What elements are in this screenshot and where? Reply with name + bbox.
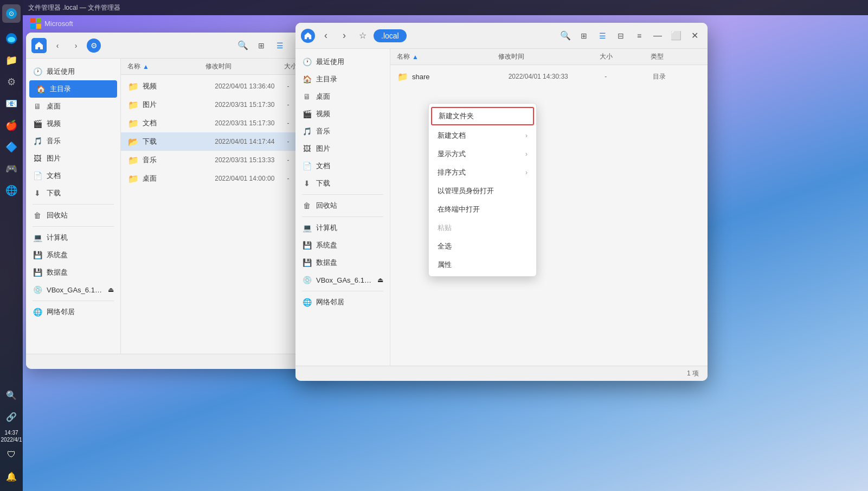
maximize-btn-2[interactable]: ⬜ bbox=[668, 28, 684, 43]
folder-icon: 📁 bbox=[127, 99, 139, 111]
sidebar-item-computer-2[interactable]: 💻 计算机 bbox=[295, 219, 390, 237]
sidebar-item-dataroot-1[interactable]: 💾 数据盘 bbox=[26, 264, 120, 281]
file-size-share: - bbox=[605, 73, 653, 80]
taskbar-app1[interactable]: 📧 bbox=[2, 94, 21, 113]
folder-icon: 📁 bbox=[127, 173, 139, 184]
taskbar-settings[interactable]: ⚙ bbox=[2, 73, 21, 91]
back-btn-1[interactable]: ‹ bbox=[50, 38, 65, 53]
sidebar-item-pictures-1[interactable]: 🖼 图片 bbox=[26, 150, 120, 167]
taskbar-files[interactable]: 📁 bbox=[2, 51, 21, 69]
sidebar-item-music-1[interactable]: 🎵 音乐 bbox=[26, 132, 120, 150]
menu-btn-2[interactable]: ≡ bbox=[632, 28, 647, 43]
sidebar-item-dataroot-2[interactable]: 💾 数据盘 bbox=[295, 254, 390, 271]
taskbar-logo[interactable]: ⊙ bbox=[2, 4, 21, 23]
home-icon-btn-2[interactable] bbox=[301, 29, 315, 43]
ctx-open-terminal[interactable]: 在终端中打开 bbox=[429, 200, 536, 219]
sidebar-item-home-1[interactable]: 🏠 主目录 bbox=[29, 80, 117, 98]
search-btn-2[interactable]: 🔍 bbox=[558, 28, 573, 43]
eject-icon-1[interactable]: ⏏ bbox=[108, 286, 114, 294]
file-date-share: 2022/04/01 14:30:33 bbox=[509, 73, 605, 80]
sidebar-item-desktop-2[interactable]: 🖥 桌面 bbox=[295, 88, 390, 105]
sidebar-item-desktop-1[interactable]: 🖥 桌面 bbox=[26, 98, 120, 115]
taskbar-bell[interactable]: 🔔 bbox=[2, 467, 21, 486]
taskbar-shield[interactable]: 🛡 bbox=[2, 445, 21, 464]
sidebar-item-docs-2[interactable]: 📄 文档 bbox=[295, 157, 390, 175]
bookmark-btn-2[interactable]: ☆ bbox=[355, 28, 370, 43]
vbox-icon-2: 💿 bbox=[302, 275, 312, 285]
svg-point-3 bbox=[8, 37, 15, 42]
statusbar-1: 6 项 bbox=[26, 354, 330, 369]
minimize-btn-2[interactable]: — bbox=[650, 28, 665, 43]
sidebar-item-music-2[interactable]: 🎵 音乐 bbox=[295, 123, 390, 140]
computer-icon-1: 💻 bbox=[33, 233, 42, 243]
vbox-icon-1: 💿 bbox=[33, 285, 42, 295]
dataroot-icon-2: 💾 bbox=[302, 258, 312, 267]
sidebar-divider-2b bbox=[302, 216, 383, 217]
ctx-display-mode[interactable]: 显示方式 › bbox=[429, 145, 536, 163]
sidebar-item-network-1[interactable]: 🌐 网络邻居 bbox=[26, 303, 120, 321]
ctx-sort[interactable]: 排序方式 › bbox=[429, 163, 536, 182]
column-view-btn-2[interactable]: ⊟ bbox=[613, 28, 628, 43]
sidebar-item-recent-1[interactable]: 🕐 最近使用 bbox=[26, 63, 120, 80]
toolbar-2: ‹ › ☆ .local 🔍 ⊞ ☰ ⊟ ≡ — ⬜ ✕ bbox=[295, 23, 708, 49]
list-view-btn-2[interactable]: ☰ bbox=[595, 28, 610, 43]
back-btn-2[interactable]: ‹ bbox=[318, 28, 333, 43]
sidebar-item-trash-1[interactable]: 🗑 回收站 bbox=[26, 207, 120, 224]
sidebar-item-network-2[interactable]: 🌐 网络邻居 bbox=[295, 294, 390, 311]
file-date: 2022/03/31 15:17:30 bbox=[215, 101, 287, 109]
grid-view-btn-1[interactable]: ⊞ bbox=[254, 38, 269, 53]
sidebar-item-vbox-1[interactable]: 💿 VBox_GAs_6.1… ⏏ bbox=[26, 281, 120, 298]
download-icon-1: ⬇ bbox=[33, 188, 42, 198]
forward-btn-1[interactable]: › bbox=[68, 38, 83, 53]
list-view-btn-1[interactable]: ☰ bbox=[272, 38, 287, 53]
sidebar-item-pictures-2[interactable]: 🖼 图片 bbox=[295, 140, 390, 157]
settings-btn-1[interactable]: ⚙ bbox=[87, 39, 101, 53]
taskbar-network[interactable]: 🔗 bbox=[2, 407, 21, 426]
column-headers-2: 名称 ▲ 修改时间 大小 类型 bbox=[390, 49, 708, 65]
content-area-1: 🕐 最近使用 🏠 主目录 🖥 桌面 🎬 视频 🎵 音乐 🖼 图片 bbox=[26, 59, 330, 354]
sidebar-item-docs-1[interactable]: 📄 文档 bbox=[26, 167, 120, 184]
sidebar-item-home-2[interactable]: 🏠 主目录 bbox=[295, 71, 390, 88]
statusbar-2: 1 项 bbox=[295, 366, 708, 381]
sidebar-item-trash-2[interactable]: 🗑 回收站 bbox=[295, 197, 390, 214]
sidebar-2: 🕐 最近使用 🏠 主目录 🖥 桌面 🎬 视频 🎵 音乐 🖼 图片 bbox=[295, 49, 390, 366]
ctx-arrow-2: › bbox=[525, 150, 528, 158]
sidebar-item-computer-1[interactable]: 💻 计算机 bbox=[26, 229, 120, 246]
file-row-2-0[interactable]: 📁 share 2022/04/01 14:30:33 - 目录 bbox=[390, 67, 708, 86]
ctx-open-admin[interactable]: 以管理员身份打开 bbox=[429, 182, 536, 200]
location-pill-2[interactable]: .local bbox=[374, 29, 407, 42]
col-type-header-2: 类型 bbox=[651, 52, 702, 61]
topbar-title: 文件管理器 .local — 文件管理器 bbox=[28, 3, 120, 12]
grid-view-btn-2[interactable]: ⊞ bbox=[576, 28, 591, 43]
sidebar-item-vbox-2[interactable]: 💿 VBox_GAs_6.1… ⏏ bbox=[295, 271, 390, 289]
file-date: 2022/04/01 14:00:00 bbox=[215, 175, 287, 182]
ctx-new-folder[interactable]: 新建文件夹 bbox=[431, 107, 534, 125]
search-btn-1[interactable]: 🔍 bbox=[235, 38, 250, 53]
taskbar-search[interactable]: 🔍 bbox=[2, 386, 21, 404]
computer-icon-2: 💻 bbox=[302, 223, 312, 233]
sidebar-item-sysroot-2[interactable]: 💾 系统盘 bbox=[295, 237, 390, 254]
svg-text:⊙: ⊙ bbox=[9, 10, 14, 17]
ctx-properties[interactable]: 属性 bbox=[429, 256, 536, 274]
sidebar-item-recent-2[interactable]: 🕐 最近使用 bbox=[295, 53, 390, 71]
taskbar-app5[interactable]: 🌐 bbox=[2, 181, 21, 200]
taskbar-app2[interactable]: 🍎 bbox=[2, 116, 21, 135]
taskbar-app4[interactable]: 🎮 bbox=[2, 160, 21, 178]
sidebar-item-video-1[interactable]: 🎬 视频 bbox=[26, 115, 120, 132]
ctx-select-all[interactable]: 全选 bbox=[429, 237, 536, 256]
close-btn-2[interactable]: ✕ bbox=[687, 28, 702, 43]
file-date: 2022/03/31 15:17:30 bbox=[215, 119, 287, 127]
forward-btn-2[interactable]: › bbox=[337, 28, 352, 43]
sidebar-item-download-1[interactable]: ⬇ 下载 bbox=[26, 184, 120, 202]
recent-icon-1: 🕐 bbox=[33, 67, 42, 76]
taskbar-edge[interactable] bbox=[2, 29, 21, 48]
eject-icon-2[interactable]: ⏏ bbox=[377, 276, 383, 284]
ctx-new-doc[interactable]: 新建文档 › bbox=[429, 126, 536, 145]
sysroot-icon-2: 💾 bbox=[302, 240, 312, 250]
home-icon-btn-1[interactable] bbox=[31, 38, 47, 53]
sidebar-item-download-2[interactable]: ⬇ 下载 bbox=[295, 175, 390, 192]
sidebar-item-sysroot-1[interactable]: 💾 系统盘 bbox=[26, 246, 120, 264]
sidebar-item-video-2[interactable]: 🎬 视频 bbox=[295, 105, 390, 123]
taskbar-app3[interactable]: 🔷 bbox=[2, 138, 21, 156]
col-name-header-2: 名称 ▲ bbox=[397, 52, 498, 61]
